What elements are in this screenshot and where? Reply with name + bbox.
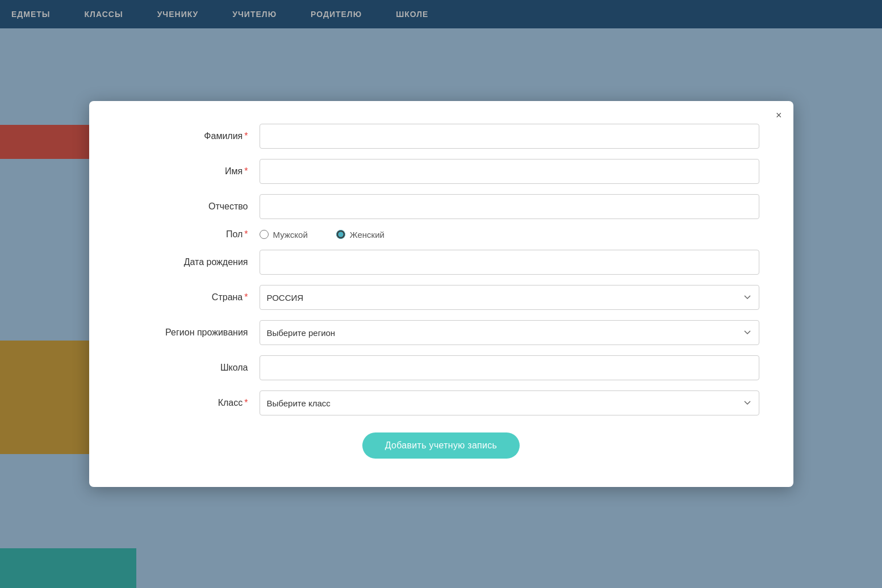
- country-required: *: [244, 292, 248, 302]
- first-name-input[interactable]: [260, 159, 759, 184]
- last-name-input[interactable]: [260, 124, 759, 149]
- region-select[interactable]: Выберите регион: [260, 320, 759, 345]
- gender-female-label[interactable]: Женский: [336, 230, 384, 240]
- middle-name-label: Отчество: [123, 201, 260, 212]
- last-name-required: *: [244, 131, 248, 141]
- school-row: Школа: [123, 355, 759, 380]
- registration-modal: × Фамилия* Имя* Отчество Пол* Мужской: [89, 101, 793, 487]
- class-select[interactable]: Выберите класс: [260, 390, 759, 415]
- gender-radio-group: Мужской Женский: [260, 230, 759, 240]
- gender-label: Пол*: [123, 229, 260, 240]
- country-row: Страна* РОССИЯ: [123, 285, 759, 310]
- region-row: Регион проживания Выберите регион: [123, 320, 759, 345]
- gender-female-text: Женский: [350, 230, 384, 240]
- middle-name-input[interactable]: [260, 194, 759, 219]
- country-label: Страна*: [123, 292, 260, 303]
- region-label: Регион проживания: [123, 327, 260, 338]
- gender-male-text: Мужской: [273, 230, 308, 240]
- class-row: Класс* Выберите класс: [123, 390, 759, 415]
- birth-date-label: Дата рождения: [123, 257, 260, 267]
- gender-male-radio[interactable]: [260, 230, 269, 239]
- submit-row: Добавить учетную запись: [123, 432, 759, 459]
- birth-date-row: Дата рождения: [123, 250, 759, 275]
- gender-row: Пол* Мужской Женский: [123, 229, 759, 240]
- gender-required: *: [244, 229, 248, 239]
- first-name-row: Имя*: [123, 159, 759, 184]
- middle-name-row: Отчество: [123, 194, 759, 219]
- class-required: *: [244, 398, 248, 408]
- first-name-label: Имя*: [123, 166, 260, 177]
- last-name-row: Фамилия*: [123, 124, 759, 149]
- gender-male-label[interactable]: Мужской: [260, 230, 308, 240]
- close-button[interactable]: ×: [776, 110, 782, 120]
- country-select[interactable]: РОССИЯ: [260, 285, 759, 310]
- birth-date-input[interactable]: [260, 250, 759, 275]
- submit-button[interactable]: Добавить учетную запись: [362, 432, 520, 459]
- gender-female-radio[interactable]: [336, 230, 345, 239]
- last-name-label: Фамилия*: [123, 131, 260, 141]
- school-label: Школа: [123, 363, 260, 373]
- first-name-required: *: [244, 166, 248, 176]
- class-label: Класс*: [123, 398, 260, 408]
- school-input[interactable]: [260, 355, 759, 380]
